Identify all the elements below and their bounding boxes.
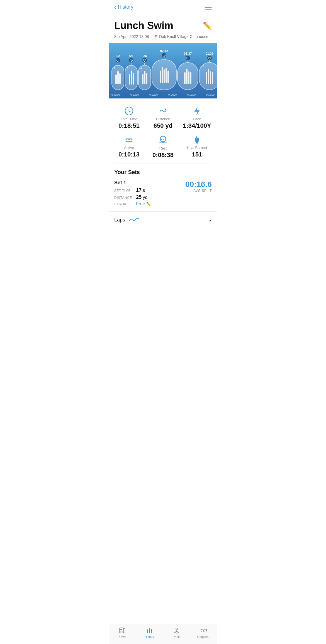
lap-line-7 (131, 63, 132, 65)
lap-item-8: :25 8 (138, 54, 151, 90)
lap-time-6: :22 (116, 54, 120, 57)
sets-title: Your Sets (114, 169, 212, 175)
pace-label: Pace (193, 117, 201, 121)
lap-pill-6: 6 (111, 65, 124, 90)
lap-line-8 (144, 63, 145, 65)
stroke-6-2 (117, 71, 119, 84)
kcal-label: Kcal Burned (187, 146, 207, 150)
total-time-value: 0:18:51 (118, 122, 140, 129)
back-label: History (118, 4, 133, 10)
back-chevron-icon: ‹ (114, 4, 116, 10)
stroke-6-3 (119, 73, 121, 84)
active-label: Active (124, 146, 134, 150)
set-1-header: Set 1 SET TIME 17 s DISTANCE 25 yd (114, 180, 212, 208)
stroke-9-1 (160, 71, 161, 83)
lap-items-row: :22 6 :26 (109, 43, 217, 98)
sets-section: Your Sets Set 1 SET TIME 17 s DISTANCE (109, 163, 217, 208)
stroke-lines-8 (141, 70, 149, 85)
lap-clock-11 (207, 56, 212, 60)
stat-rest: Rest 0:08:38 (147, 135, 179, 159)
active-value: 0:10:13 (118, 151, 140, 158)
laps-row[interactable]: Laps ⌄ (109, 211, 217, 228)
set-time-label: SET TIME (114, 189, 134, 193)
kcal-value: 151 (192, 151, 202, 158)
stroke-7-3 (133, 73, 134, 85)
time-lbl-4: 0:14:00 (168, 93, 177, 96)
lap-num-9: 9 (154, 61, 155, 64)
laps-left: Laps (114, 217, 140, 223)
time-lbl-5: 0:16:00 (187, 93, 196, 96)
rest-value: 0:08:38 (152, 151, 174, 159)
stroke-10-3 (188, 71, 189, 84)
stroke-11-2 (208, 69, 209, 84)
stroke-11-1 (206, 72, 207, 84)
avg-split-block: 00:16.6 AVG SPLIT (185, 180, 212, 193)
stroke-9-2 (162, 67, 163, 83)
title-section: Lunch Swim ✏️ (109, 13, 217, 34)
lap-num-7: 7 (127, 67, 128, 70)
stroke-lines-6 (114, 71, 122, 85)
back-button[interactable]: ‹ History (114, 4, 133, 10)
stroke-lines-7 (128, 70, 135, 85)
distance-label: Distance (156, 117, 170, 121)
stroke-lines-11 (205, 68, 214, 85)
lap-clock-8 (142, 58, 147, 62)
lap-pill-10: 10 (177, 62, 198, 90)
location-row: 📍 Oak Knoll Village Clubhouse (154, 34, 208, 39)
stroke-edit-icon[interactable]: ✏️ (146, 202, 151, 206)
set-time-value: 17 s (136, 187, 145, 193)
lap-clock-10 (186, 56, 190, 60)
workout-location: Oak Knoll Village Clubhouse (159, 34, 208, 39)
set-stroke-value[interactable]: Free ✏️ (136, 201, 151, 206)
stat-pace: Pace 1:34/100Y (181, 106, 213, 129)
header: ‹ History (109, 0, 217, 13)
laps-chevron-down-icon[interactable]: ⌄ (208, 217, 212, 223)
distance-icon (158, 106, 168, 116)
lap-item-6: :22 6 (111, 54, 124, 90)
stroke-8-2 (144, 71, 145, 84)
laps-label: Laps (114, 217, 125, 223)
avg-split-value: 00:16.6 (185, 180, 212, 189)
avg-split-label: AVG SPLIT (185, 189, 212, 193)
lap-time-8: :25 (142, 54, 147, 57)
active-icon (124, 135, 134, 144)
menu-button[interactable] (205, 5, 212, 10)
stroke-lines-10 (183, 68, 193, 85)
stroke-8-1 (142, 74, 143, 84)
lap-num-10: 10 (179, 64, 182, 67)
stat-distance: Distance 650 yd (147, 106, 179, 129)
set-1-distance-row: DISTANCE 25 yd (114, 194, 151, 200)
total-time-label: Total Time (121, 117, 137, 121)
time-lbl-1: 0:08:00 (111, 93, 120, 96)
time-lbl-3: 0:12:00 (149, 93, 158, 96)
stroke-6-1 (115, 74, 117, 84)
pace-value: 1:34/100Y (183, 122, 211, 129)
rest-label: Rest (159, 146, 167, 150)
stroke-7-2 (131, 71, 132, 85)
lap-clock-9 (162, 53, 166, 57)
lap-pill-11: 11 (199, 62, 217, 90)
lap-pill-8: 8 (138, 65, 151, 90)
edit-icon[interactable]: ✏️ (203, 21, 212, 30)
stroke-11-4 (212, 72, 213, 84)
set-distance-value: 25 yd (136, 194, 147, 200)
stroke-10-4 (190, 72, 191, 84)
lap-item-10: 01:37 10 (177, 52, 198, 90)
stroke-10-1 (184, 72, 186, 84)
time-axis: 0:08:00 0:10:00 0:12:00 0:14:00 0:16:00 … (111, 93, 215, 96)
lap-item-11: 01:39 11 (199, 52, 217, 90)
lap-time-11: 01:39 (206, 52, 213, 55)
set-1-left: Set 1 SET TIME 17 s DISTANCE 25 yd (114, 180, 151, 208)
stroke-7-1 (129, 74, 130, 85)
set-1-time-row: SET TIME 17 s (114, 187, 151, 193)
stroke-9-4 (166, 68, 167, 83)
time-lbl-6: 0:18:00 (206, 93, 215, 96)
laps-trend-icon (128, 217, 140, 223)
stroke-10-2 (186, 69, 188, 84)
lap-num-11: 11 (201, 64, 204, 67)
set-1-name: Set 1 (114, 180, 151, 186)
stroke-8-3 (146, 73, 147, 84)
lap-num-6: 6 (114, 67, 115, 70)
stroke-9-5 (167, 71, 169, 83)
stroke-11-3 (210, 71, 211, 84)
